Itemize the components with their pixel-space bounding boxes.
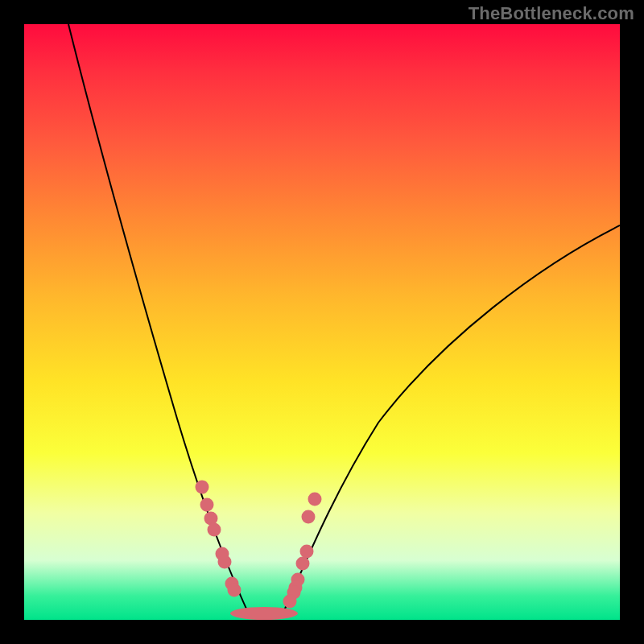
series-marker — [283, 595, 297, 609]
series-marker — [308, 493, 322, 506]
series-marker — [228, 584, 242, 597]
series-marker — [200, 498, 214, 512]
series-marker — [296, 557, 310, 571]
series-marker — [302, 510, 316, 524]
curve-group — [68, 24, 620, 616]
chart-overlay — [24, 24, 620, 620]
series-marker — [300, 545, 314, 559]
chart-frame: TheBottleneck.com — [0, 0, 644, 644]
series-marker — [208, 523, 221, 537]
curve-left — [68, 24, 250, 616]
markers-group — [196, 481, 322, 609]
min-region-blob — [230, 607, 298, 620]
series-marker — [218, 555, 232, 569]
curve-right — [282, 225, 620, 616]
watermark-text: TheBottleneck.com — [469, 3, 634, 24]
series-marker — [196, 481, 209, 494]
